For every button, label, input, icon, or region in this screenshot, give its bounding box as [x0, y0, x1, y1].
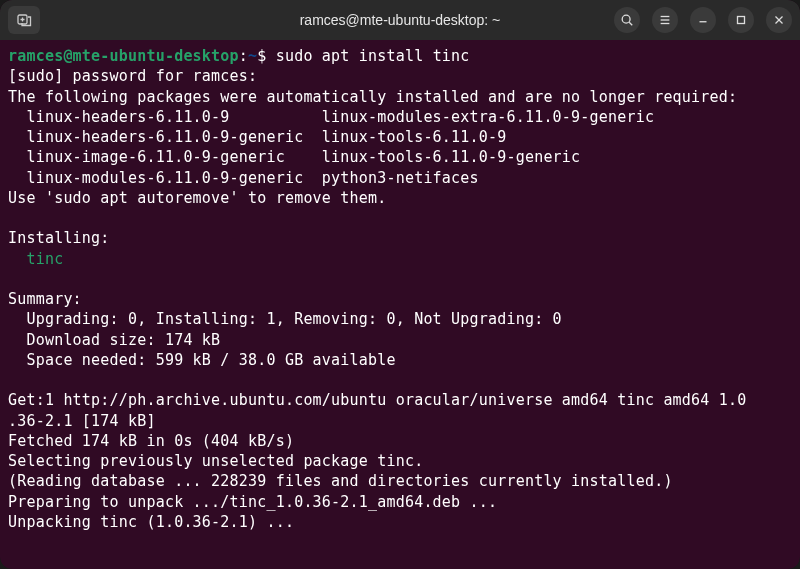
prompt-line: ramces@mte-ubuntu-desktop:~$ sudo apt in…: [8, 46, 792, 66]
output-line: The following packages were automaticall…: [8, 87, 792, 107]
window-title: ramces@mte-ubuntu-desktop: ~: [300, 12, 501, 28]
close-button[interactable]: [766, 7, 792, 33]
output-line: Summary:: [8, 289, 792, 309]
terminal-window: ramces@mte-ubuntu-desktop: ~: [0, 0, 800, 569]
menu-button[interactable]: [652, 7, 678, 33]
titlebar-left: [8, 6, 40, 34]
maximize-icon: [734, 13, 748, 27]
minimize-icon: [696, 13, 710, 27]
output-line: linux-headers-6.11.0-9 linux-modules-ext…: [8, 107, 792, 127]
svg-rect-7: [738, 17, 745, 24]
prompt-user-host: ramces@mte-ubuntu-desktop: [8, 47, 239, 65]
output-line: Selecting previously unselected package …: [8, 451, 792, 471]
terminal-body[interactable]: ramces@mte-ubuntu-desktop:~$ sudo apt in…: [0, 40, 800, 569]
prompt-symbol: $: [257, 47, 266, 65]
search-icon: [620, 13, 634, 27]
hamburger-icon: [658, 13, 672, 27]
titlebar-right: [614, 7, 792, 33]
output-blank: [8, 269, 792, 289]
output-line: Upgrading: 0, Installing: 1, Removing: 0…: [8, 309, 792, 329]
svg-line-2: [629, 22, 632, 25]
output-line: Preparing to unpack .../tinc_1.0.36-2.1_…: [8, 492, 792, 512]
new-tab-icon: [16, 12, 32, 28]
close-icon: [772, 13, 786, 27]
output-blank: [8, 208, 792, 228]
output-line: Unpacking tinc (1.0.36-2.1) ...: [8, 512, 792, 532]
prompt-separator: :: [239, 47, 248, 65]
output-line: [sudo] password for ramces:: [8, 66, 792, 86]
output-blank: [8, 370, 792, 390]
output-line: Use 'sudo apt autoremove' to remove them…: [8, 188, 792, 208]
output-line: .36-2.1 [174 kB]: [8, 411, 792, 431]
output-line: linux-image-6.11.0-9-generic linux-tools…: [8, 147, 792, 167]
window-titlebar: ramces@mte-ubuntu-desktop: ~: [0, 0, 800, 40]
command-text: sudo apt install tinc: [276, 47, 470, 65]
search-button[interactable]: [614, 7, 640, 33]
maximize-button[interactable]: [728, 7, 754, 33]
output-line: Space needed: 599 kB / 38.0 GB available: [8, 350, 792, 370]
installing-package: tinc: [8, 249, 792, 269]
minimize-button[interactable]: [690, 7, 716, 33]
output-line: Download size: 174 kB: [8, 330, 792, 350]
output-line: linux-headers-6.11.0-9-generic linux-too…: [8, 127, 792, 147]
output-line: Installing:: [8, 228, 792, 248]
output-line: (Reading database ... 228239 files and d…: [8, 471, 792, 491]
output-line: Get:1 http://ph.archive.ubuntu.com/ubunt…: [8, 390, 792, 410]
new-tab-button[interactable]: [8, 6, 40, 34]
prompt-path: ~: [248, 47, 257, 65]
output-line: linux-modules-6.11.0-9-generic python3-n…: [8, 168, 792, 188]
output-line: Fetched 174 kB in 0s (404 kB/s): [8, 431, 792, 451]
svg-point-1: [622, 15, 630, 23]
